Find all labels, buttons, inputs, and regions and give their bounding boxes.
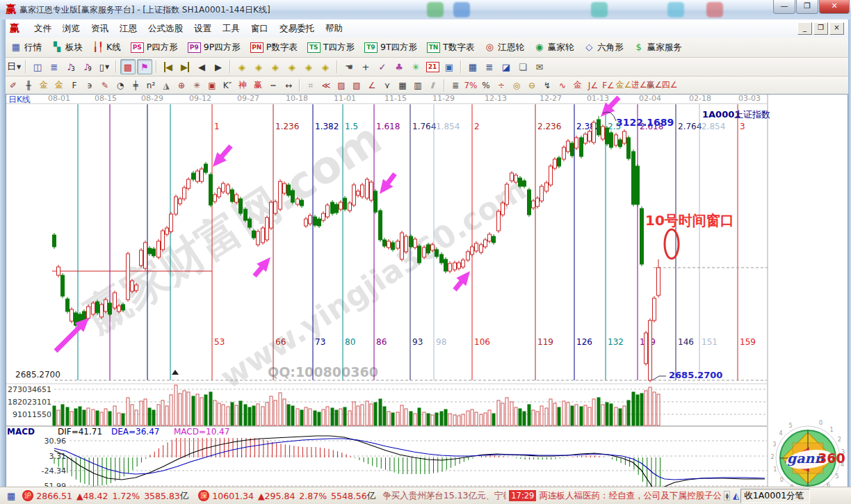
volume-bar bbox=[632, 392, 635, 425]
volume-bar bbox=[183, 391, 186, 425]
candlestick bbox=[553, 159, 557, 168]
chart-canvas[interactable]: 赢家财富网.comwww.yingjia360.comQQ:100800360日… bbox=[0, 0, 851, 504]
candlestick bbox=[314, 217, 317, 225]
news-ticker-1[interactable]: 争买入贵州茅台15.13亿元、宁德时代 bbox=[382, 490, 506, 502]
volume-bar bbox=[326, 407, 329, 425]
sz-index-value: 10601.34 bbox=[212, 491, 254, 501]
volume-axis-label: 273034651 bbox=[8, 385, 51, 394]
candlestick bbox=[418, 246, 421, 263]
candlestick bbox=[480, 245, 483, 252]
candlestick bbox=[636, 166, 640, 204]
date-tick-label: 08-15 bbox=[95, 94, 117, 103]
candlestick bbox=[592, 122, 596, 143]
date-tick-label: 11-01 bbox=[334, 94, 356, 103]
volume-bar bbox=[610, 404, 613, 425]
candlestick bbox=[379, 211, 382, 240]
volume-bar bbox=[536, 412, 539, 425]
candlestick bbox=[580, 138, 583, 156]
macd-dea-line bbox=[54, 439, 765, 480]
volume-bar bbox=[279, 393, 282, 425]
candlestick bbox=[270, 202, 273, 228]
candlestick bbox=[440, 254, 444, 263]
volume-bar bbox=[627, 400, 630, 425]
candlestick bbox=[471, 247, 474, 254]
fib-ratio-label: 2.854 bbox=[702, 122, 725, 131]
candlestick bbox=[435, 250, 439, 257]
volume-bar bbox=[131, 405, 133, 425]
volume-bar bbox=[414, 414, 416, 425]
volume-bar bbox=[244, 405, 247, 425]
bar-count-label: 86 bbox=[376, 337, 387, 347]
candlestick bbox=[558, 158, 561, 166]
candlestick bbox=[492, 236, 496, 243]
candlestick bbox=[252, 231, 256, 238]
candlestick bbox=[615, 135, 618, 145]
quote-grid-icon[interactable]: ▦ bbox=[7, 491, 15, 501]
candlestick bbox=[427, 245, 430, 253]
candlestick bbox=[170, 214, 173, 231]
volume-bar bbox=[192, 396, 195, 425]
candlestick bbox=[300, 200, 304, 206]
candlestick bbox=[623, 131, 626, 143]
sh-index-pct: 1.72% bbox=[112, 491, 140, 501]
candlestick bbox=[610, 133, 613, 147]
volume-bar bbox=[584, 405, 587, 425]
volume-bar bbox=[235, 405, 238, 425]
volume-bar bbox=[335, 410, 338, 425]
volume-bar bbox=[387, 412, 390, 425]
date-tick-label: 03-03 bbox=[738, 94, 761, 103]
volume-bar bbox=[87, 408, 90, 425]
candlestick bbox=[296, 199, 300, 204]
bar-count-label: 106 bbox=[474, 337, 490, 347]
sz-amount: 5548.56 bbox=[331, 491, 367, 501]
candlestick bbox=[135, 285, 138, 291]
volume-bar bbox=[305, 407, 307, 425]
candlestick bbox=[519, 178, 522, 186]
volume-bar bbox=[510, 402, 513, 425]
candlestick bbox=[287, 185, 291, 195]
volume-bar bbox=[309, 409, 311, 425]
date-tick-label: 01-13 bbox=[587, 94, 609, 103]
high-price-label: 3122.1689 bbox=[616, 117, 674, 128]
candlestick bbox=[204, 164, 208, 172]
candlestick bbox=[484, 240, 487, 247]
volume-bar bbox=[601, 405, 604, 425]
volume-bar bbox=[467, 411, 469, 425]
bar-count-label: 151 bbox=[702, 337, 718, 347]
low-label-pointer bbox=[652, 376, 666, 380]
candlestick bbox=[165, 228, 169, 234]
volume-bar bbox=[379, 399, 382, 425]
volume-bar bbox=[553, 403, 556, 425]
fib-ratio-label: 1 bbox=[214, 122, 220, 131]
volume-bar bbox=[575, 405, 578, 425]
volume-bar bbox=[74, 409, 77, 425]
candlestick bbox=[140, 250, 143, 266]
candlestick bbox=[444, 259, 448, 271]
volume-bar bbox=[435, 413, 438, 425]
volume-bar bbox=[117, 413, 120, 425]
volume-bar bbox=[505, 398, 508, 425]
volume-bar bbox=[140, 401, 143, 425]
candlestick bbox=[457, 263, 461, 268]
fib-ratio-label: 1.382 bbox=[315, 122, 339, 131]
volume-bar bbox=[53, 406, 56, 425]
candlestick bbox=[200, 169, 204, 181]
candlestick bbox=[283, 184, 286, 193]
connection-antenna-icon: ◭ bbox=[733, 491, 739, 501]
date-tick-label: 12-13 bbox=[485, 94, 507, 103]
news-ticker-2[interactable]: 两连板人福医药：经自查，公司及下属控股子公 bbox=[539, 490, 721, 502]
date-tick-label: 08-01 bbox=[48, 94, 70, 103]
volume-bar bbox=[331, 408, 334, 425]
volume-bar bbox=[127, 398, 129, 425]
news-scroll-spinner[interactable]: ▲▼ bbox=[724, 491, 730, 501]
volume-bar bbox=[144, 399, 147, 425]
macd-axis-label: -24.34 bbox=[42, 466, 66, 475]
macd-title: MACD bbox=[7, 427, 35, 437]
macd-dif-value: DIF=41.71 bbox=[58, 427, 102, 437]
candlestick bbox=[410, 236, 413, 247]
date-tick-label: 11-29 bbox=[432, 94, 455, 103]
volume-bar bbox=[122, 414, 124, 425]
symbol-name: 上证指数 bbox=[734, 109, 770, 120]
candlestick bbox=[601, 127, 605, 139]
volume-bar bbox=[606, 403, 608, 425]
